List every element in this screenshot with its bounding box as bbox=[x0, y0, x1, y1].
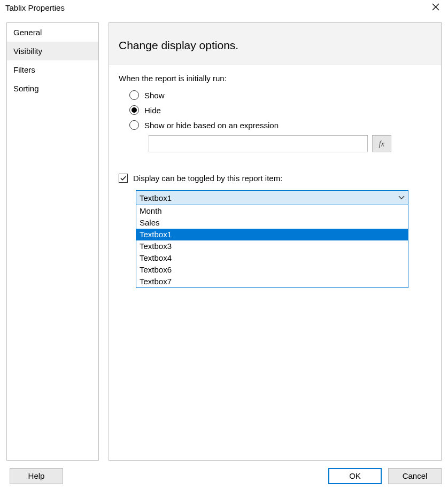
radio-expression[interactable]: Show or hide based on an expression bbox=[129, 120, 431, 130]
combo-selected: Textbox1 bbox=[140, 193, 172, 203]
combo-option[interactable]: Textbox7 bbox=[136, 276, 408, 287]
titlebar: Tablix Properties bbox=[0, 0, 448, 17]
panel-heading: Change display options. bbox=[109, 23, 441, 65]
toggle-checkbox-row[interactable]: Display can be toggled by this report it… bbox=[119, 174, 431, 183]
sidebar-item-visibility[interactable]: Visibility bbox=[7, 42, 98, 60]
initial-run-label: When the report is initially run: bbox=[119, 74, 431, 83]
fx-icon: fx bbox=[379, 139, 385, 149]
combo-list: Month Sales Textbox1 Textbox3 Textbox4 T… bbox=[136, 205, 408, 288]
cancel-button[interactable]: Cancel bbox=[388, 468, 442, 484]
content-row: General Visibility Filters Sorting Chang… bbox=[0, 17, 448, 465]
chevron-down-icon bbox=[398, 196, 405, 200]
combo-box[interactable]: Textbox1 bbox=[136, 190, 408, 205]
sidebar-item-filters[interactable]: Filters bbox=[7, 60, 98, 79]
radio-icon bbox=[129, 105, 139, 115]
panel: Change display options. When the report … bbox=[109, 22, 442, 461]
combo-option[interactable]: Textbox1 bbox=[136, 229, 408, 240]
help-button[interactable]: Help bbox=[10, 468, 63, 484]
combo-option[interactable]: Textbox6 bbox=[136, 264, 408, 276]
combo-option[interactable]: Textbox3 bbox=[136, 240, 408, 252]
toggle-item-combo: Textbox1 Month Sales Textbox1 Textbox3 T… bbox=[136, 190, 408, 288]
sidebar-item-label: Visibility bbox=[13, 46, 42, 56]
expression-row: fx bbox=[149, 135, 431, 152]
window-title: Tablix Properties bbox=[5, 3, 65, 12]
toggle-checkbox-label: Display can be toggled by this report it… bbox=[133, 174, 282, 183]
checkmark-icon bbox=[119, 174, 128, 183]
sidebar-item-label: Filters bbox=[13, 65, 35, 74]
radio-label: Show bbox=[144, 91, 165, 100]
panel-body: When the report is initially run: Show H… bbox=[109, 65, 441, 297]
combo-option[interactable]: Textbox4 bbox=[136, 252, 408, 264]
close-icon[interactable] bbox=[428, 3, 444, 13]
radio-hide[interactable]: Hide bbox=[129, 105, 431, 115]
sidebar: General Visibility Filters Sorting bbox=[6, 22, 99, 461]
sidebar-item-label: General bbox=[13, 28, 42, 37]
radio-label: Show or hide based on an expression bbox=[144, 121, 279, 130]
footer: Help OK Cancel bbox=[0, 465, 448, 493]
radio-icon bbox=[129, 120, 139, 130]
sidebar-item-sorting[interactable]: Sorting bbox=[7, 79, 98, 98]
radio-label: Hide bbox=[144, 106, 161, 115]
sidebar-item-general[interactable]: General bbox=[7, 23, 98, 42]
expression-input[interactable] bbox=[149, 135, 368, 152]
combo-option[interactable]: Month bbox=[136, 205, 408, 217]
sidebar-item-label: Sorting bbox=[13, 84, 39, 93]
combo-option[interactable]: Sales bbox=[136, 217, 408, 229]
fx-button[interactable]: fx bbox=[372, 135, 391, 152]
radio-icon bbox=[129, 90, 139, 100]
ok-button[interactable]: OK bbox=[328, 468, 382, 484]
radio-show[interactable]: Show bbox=[129, 90, 431, 100]
footer-right: OK Cancel bbox=[328, 468, 442, 484]
